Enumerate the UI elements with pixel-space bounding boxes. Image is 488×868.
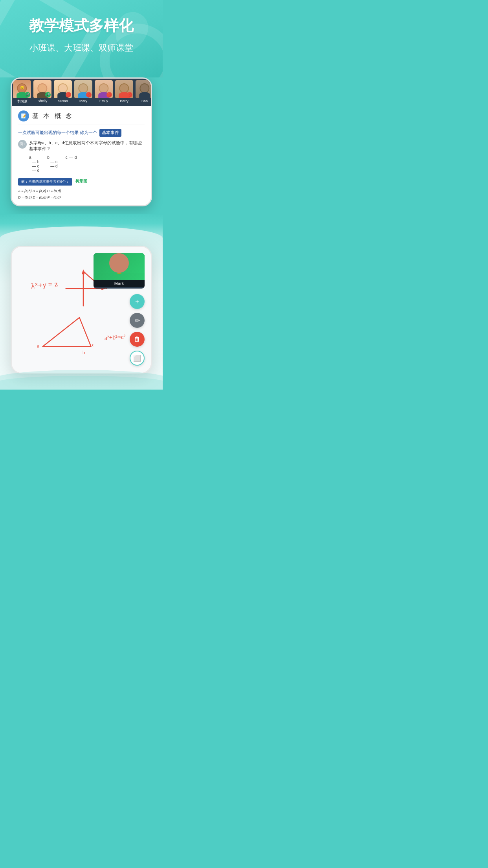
mic-muted-icon-4: 🚫 — [86, 92, 92, 97]
participant-name-2: Shelly — [38, 99, 48, 103]
formula-text: 一次试验可能出现的每一个结果 称为一个 — [18, 130, 97, 135]
participant-name-6: Berry — [120, 99, 128, 103]
question-row: 例1 从字母a、b、c、d任意取出两个不同字母的试验中，有哪些基本事件？ — [18, 140, 145, 153]
question-text: 从字母a、b、c、d任意取出两个不同字母的试验中，有哪些基本事件？ — [29, 140, 145, 153]
wave-2 — [0, 376, 163, 390]
tree-2: b — c — d — [47, 155, 57, 173]
avatar-emily: 🚫 — [95, 80, 113, 98]
sub-title: 小班课、大班课、双师课堂 — [8, 42, 155, 54]
phone-mockup-1-container: 😊 🎤 李国夏 🎤 Shelly — [0, 77, 163, 214]
question-number: 例1 — [18, 140, 27, 149]
add-icon: ＋ — [134, 298, 140, 306]
avatar-susan: 🚫 — [54, 80, 72, 98]
avatar-liguoxia: 😊 🎤 — [13, 80, 31, 98]
content-icon: 📝 — [18, 110, 29, 121]
mic-muted-icon-6: 🚫 — [127, 92, 132, 97]
tree-diagrams: a — b — c — d b — c — d — [29, 155, 145, 173]
mic-active-icon: 🎤 — [25, 92, 30, 97]
wave-shape — [0, 226, 163, 238]
set-line-1: A = {a,b} B = {a,c} C = {a,d} — [18, 188, 145, 194]
avatar-shelly: 🎤 — [33, 80, 51, 98]
board-icon: ⬜ — [133, 355, 141, 362]
person-photo-bg — [94, 253, 145, 273]
answer-label: 解：所求的基本事件共有6个： — [18, 178, 72, 186]
participant-name-5: Emily — [99, 99, 108, 103]
participant-6: 🚫 Berry — [114, 80, 134, 104]
mic-muted-icon-5: 🚫 — [106, 92, 112, 97]
participant-name-4: Mary — [79, 99, 87, 103]
tree-1: a — b — c — d — [29, 155, 39, 173]
phone-mockup-1: 😊 🎤 李国夏 🎤 Shelly — [11, 77, 152, 206]
mic-active-icon-2: 🎤 — [45, 92, 51, 97]
participant-7: Ban — [134, 80, 151, 104]
eraser-tool-button[interactable]: 🗑 — [130, 332, 145, 347]
answer-row: 解：所求的基本事件共有6个： 树形图 — [18, 176, 145, 186]
participants-bar: 😊 🎤 李国夏 🎤 Shelly — [12, 79, 151, 106]
avatar-mary: 🚫 — [74, 80, 92, 98]
formula-line: 一次试验可能出现的每一个结果 称为一个 基本事件 — [18, 129, 145, 137]
board-tool-button[interactable]: ⬜ — [130, 351, 145, 366]
sets-row: A = {a,b} B = {a,c} C = {a,d} D = {b,c} … — [18, 188, 145, 200]
pen-icon: ✏ — [135, 317, 140, 324]
tree-3: c—d — [66, 155, 77, 173]
hero-section: 教学模式多样化 小班课、大班课、双师课堂 — [0, 0, 163, 77]
mic-muted-icon-3: 🚫 — [66, 92, 71, 97]
participant-name-3: Susan — [58, 99, 68, 103]
set-line-2: D = {b,c} E = {b,d} F = {c,d} — [18, 194, 145, 200]
content-section-title: 基 本 概 念 — [32, 112, 73, 120]
trash-icon: 🗑 — [134, 336, 140, 343]
phone-mockup-2: λˣ+y = z a b c a²+b²=c² — [11, 246, 152, 374]
tree-link: 树形图 — [75, 178, 87, 184]
video-feed: 😊 Mark — [94, 253, 145, 289]
main-title: 教学模式多样化 — [8, 16, 155, 36]
add-tool-button[interactable]: ＋ — [130, 294, 145, 309]
bottom-waves — [0, 366, 163, 390]
video-name-bar: Mark — [94, 280, 145, 287]
content-area: 📝 基 本 概 念 一次试验可能出现的每一个结果 称为一个 基本事件 例1 从字… — [12, 106, 151, 205]
participant-name-1: 李国夏 — [17, 99, 28, 104]
middle-section — [0, 214, 163, 238]
avatar-berry: 🚫 — [115, 80, 133, 98]
participant-name-7: Ban — [141, 99, 148, 103]
avatar-ban — [136, 80, 151, 98]
participant-5: 🚫 Emily — [94, 80, 114, 104]
whiteboard-area: λˣ+y = z a b c a²+b²=c² — [12, 247, 151, 373]
bottom-section: λˣ+y = z a b c a²+b²=c² — [0, 238, 163, 390]
highlight-text: 基本事件 — [99, 129, 121, 137]
toolbar-right: ＋ ✏ 🗑 ⬜ — [130, 294, 145, 366]
pen-tool-button[interactable]: ✏ — [130, 313, 145, 328]
content-header: 📝 基 本 概 念 — [18, 110, 145, 125]
participant-3: 🚫 Susan — [53, 80, 73, 104]
participant-4: 🚫 Mary — [73, 80, 94, 104]
participant-1: 😊 🎤 李国夏 — [12, 80, 32, 104]
participant-2: 🎤 Shelly — [32, 80, 53, 104]
